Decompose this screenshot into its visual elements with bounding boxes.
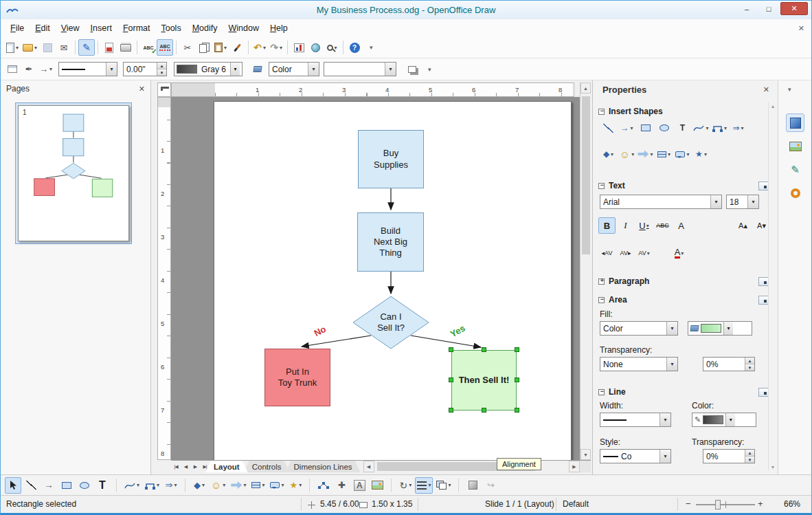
basic-shapes-icon[interactable]: ◆ — [600, 146, 617, 162]
block-arrows-icon[interactable] — [637, 146, 654, 162]
menu-help[interactable]: Help — [264, 21, 293, 35]
menu-window[interactable]: Window — [223, 21, 264, 35]
flowchart-node-then-sell-it[interactable]: Then Sell It! — [451, 350, 517, 410]
page-style[interactable]: Default — [563, 499, 589, 509]
vertical-scrollbar-thumb[interactable] — [582, 96, 590, 254]
lines-and-arrows-button[interactable]: ⇒ — [163, 477, 179, 494]
spin-up-icon[interactable]: ▲ — [745, 358, 754, 364]
dropdown-icon[interactable]: ▾ — [659, 413, 670, 426]
edit-points-button[interactable] — [4, 61, 21, 78]
block-arrows-button[interactable] — [229, 477, 248, 494]
collapse-icon[interactable] — [598, 389, 605, 395]
area-style-button[interactable] — [249, 61, 266, 78]
sidebar-tab-navigator[interactable] — [786, 184, 804, 202]
text-box-icon[interactable]: T — [674, 120, 691, 135]
curve-tool-button[interactable] — [122, 477, 142, 494]
flowchart-shapes-button[interactable] — [249, 477, 267, 494]
connector-icon[interactable] — [711, 120, 728, 135]
area-more-options-icon[interactable] — [758, 296, 769, 305]
collapse-icon[interactable] — [598, 183, 605, 189]
text-tool-button[interactable]: T — [94, 477, 111, 494]
increase-font-button[interactable]: A▴ — [734, 217, 752, 234]
close-document-icon[interactable]: ✕ — [798, 24, 804, 33]
sidebar-tab-properties[interactable] — [786, 113, 804, 132]
area-fill-type-select[interactable]: Color ▾ — [600, 321, 678, 336]
dropdown-icon[interactable]: ▾ — [666, 322, 677, 335]
flowchart-node-buy-supplies[interactable]: Buy Supplies — [358, 130, 424, 188]
spin-down-icon[interactable]: ▼ — [157, 69, 166, 76]
menu-file[interactable]: File — [5, 21, 30, 35]
zoom-slider-thumb[interactable] — [715, 500, 721, 509]
transparency-type-select[interactable]: None ▾ — [600, 357, 678, 371]
line-style-select[interactable]: ▾ — [58, 62, 117, 76]
ellipse-tool-button[interactable] — [76, 477, 93, 494]
selection-handle-ne[interactable] — [515, 347, 519, 352]
dropdown-icon[interactable]: ▾ — [666, 358, 677, 371]
decrease-spacing-button[interactable]: ◂AV — [598, 245, 616, 261]
menu-edit[interactable]: Edit — [30, 21, 56, 35]
menu-insert[interactable]: Insert — [85, 21, 117, 35]
print-button[interactable] — [117, 39, 134, 56]
ellipse-icon[interactable] — [655, 120, 673, 135]
area-fill-color-select[interactable]: ▾ — [688, 321, 752, 336]
connector-tool-button[interactable] — [143, 477, 161, 494]
minimize-button[interactable]: – — [736, 2, 757, 15]
star-shapes-button[interactable]: ★ — [287, 477, 304, 494]
menu-tools[interactable]: Tools — [155, 21, 186, 35]
menu-modify[interactable]: Modify — [187, 21, 223, 35]
font-name-select[interactable]: Arial ▾ — [600, 195, 722, 209]
zoom-out-icon[interactable]: − — [686, 498, 691, 509]
spin-down-icon[interactable]: ▼ — [745, 457, 754, 463]
basic-shapes-button[interactable]: ◆ — [191, 477, 207, 494]
clone-formatting-button[interactable] — [229, 39, 245, 56]
line-more-options-icon[interactable] — [758, 388, 769, 397]
glue-points-button[interactable]: ✚ — [333, 477, 350, 494]
insert-chart-button[interactable] — [291, 39, 307, 56]
scroll-up-icon[interactable]: ▲ — [771, 104, 776, 109]
section-area[interactable]: Area — [598, 295, 769, 305]
spin-up-icon[interactable]: ▲ — [157, 63, 166, 69]
line-color-select[interactable]: Gray 6 ▾ — [174, 62, 243, 76]
export-pdf-button[interactable] — [101, 39, 117, 56]
tab-layout[interactable]: Layout — [205, 461, 248, 472]
next-slide-button[interactable]: ▶ — [190, 461, 200, 472]
line-width-spinner[interactable]: 0.00" ▲▼ — [123, 62, 167, 76]
line-tool-button[interactable] — [23, 477, 39, 494]
edit-file-button[interactable]: ✎ — [78, 39, 95, 56]
flowchart-node-build-next-big-thing[interactable]: Build Next Big Thing — [357, 212, 424, 272]
dropdown-icon[interactable]: ▾ — [710, 195, 721, 208]
slide-indicator[interactable]: Slide 1 / 1 (Layout) — [485, 499, 554, 509]
transparency-spinner[interactable]: 0% ▲▼ — [703, 357, 755, 371]
email-button[interactable]: ✉ — [56, 39, 72, 56]
expand-icon[interactable] — [598, 278, 605, 285]
close-button[interactable]: ✕ — [780, 2, 808, 15]
extrusion-button[interactable] — [464, 477, 481, 494]
zoom-level[interactable]: 66% — [784, 499, 800, 509]
cut-button[interactable]: ✂ — [179, 39, 196, 56]
selection-handle-n[interactable] — [482, 347, 486, 352]
glue-points-button[interactable]: ✒ — [21, 61, 37, 78]
toolbar-overflow-icon[interactable]: ▾ — [428, 66, 431, 73]
selection-handle-s[interactable] — [482, 408, 486, 413]
text-shadow-button[interactable]: A — [673, 217, 690, 234]
pages-panel-close-icon[interactable]: ✕ — [139, 85, 145, 94]
dropdown-icon[interactable]: ▾ — [659, 450, 670, 463]
interaction-button[interactable]: ↪ — [482, 477, 499, 494]
selection-handle-w[interactable] — [449, 377, 453, 382]
flowchart-shapes-icon[interactable] — [655, 146, 673, 162]
increase-spacing-button[interactable]: AV▸ — [617, 245, 634, 261]
collapse-icon[interactable] — [598, 297, 605, 303]
symbol-shapes-button[interactable]: ☺ — [209, 477, 227, 494]
dropdown-icon[interactable]: ▾ — [723, 322, 733, 335]
canvas[interactable]: Buy Supplies Build Next Big Thing Can I … — [171, 97, 580, 460]
dropdown-icon[interactable]: ▾ — [308, 63, 319, 76]
edge-label-no[interactable]: No — [312, 324, 327, 338]
page-thumbnail[interactable]: 1 — [15, 102, 132, 244]
document-page[interactable]: Buy Supplies Build Next Big Thing Can I … — [214, 101, 572, 460]
section-line[interactable]: Line — [598, 387, 769, 397]
dropdown-icon[interactable]: ▾ — [230, 63, 240, 76]
sidebar-close-icon[interactable]: ✕ — [763, 85, 769, 94]
italic-button[interactable]: I — [617, 217, 634, 234]
previous-slide-button[interactable]: ◀ — [181, 461, 190, 472]
selection-handle-nw[interactable] — [449, 347, 453, 352]
